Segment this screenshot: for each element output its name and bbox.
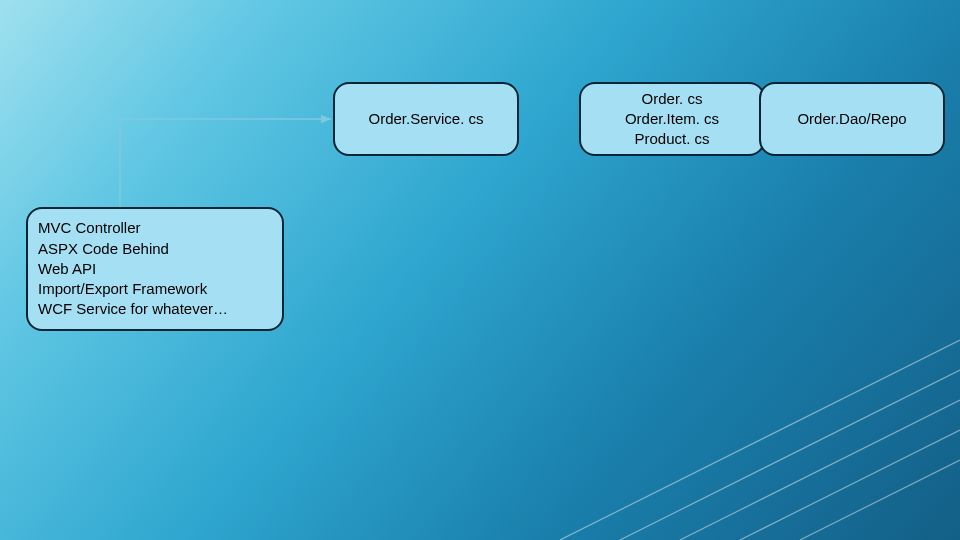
- box-order-repo-label: Order.Dao/Repo: [797, 109, 906, 129]
- svg-line-3: [620, 370, 960, 540]
- box-order-service-label: Order.Service. cs: [368, 109, 483, 129]
- svg-line-2: [560, 340, 960, 540]
- svg-line-6: [800, 460, 960, 540]
- svg-line-4: [680, 400, 960, 540]
- box-domain-models: Order. cs Order.Item. cs Product. cs: [579, 82, 765, 156]
- box-order-service: Order.Service. cs: [333, 82, 519, 156]
- decorative-lines: [560, 300, 960, 540]
- box-order-repo: Order.Dao/Repo: [759, 82, 945, 156]
- box-domain-models-label: Order. cs Order.Item. cs Product. cs: [625, 89, 719, 150]
- box-client-consumers: MVC Controller ASPX Code Behind Web API …: [26, 207, 284, 331]
- svg-line-5: [740, 430, 960, 540]
- box-client-consumers-label: MVC Controller ASPX Code Behind Web API …: [38, 218, 228, 319]
